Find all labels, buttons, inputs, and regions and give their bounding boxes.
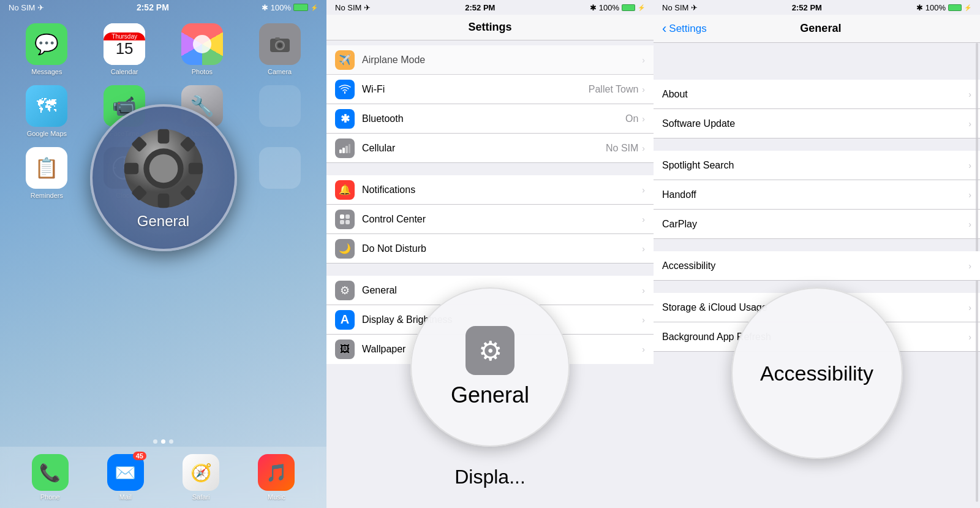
music-label: Music xyxy=(268,493,285,501)
svg-rect-26 xyxy=(345,146,348,153)
row-carplay[interactable]: CarPlay › xyxy=(654,210,980,239)
carplay-chevron: › xyxy=(968,219,971,229)
row-bluetooth[interactable]: ✱ Bluetooth On › xyxy=(326,104,654,134)
bluetooth-icon-row: ✱ xyxy=(335,109,355,129)
general-gear-icon: ⚙ xyxy=(466,326,514,375)
app-maps[interactable]: 🗺 Google Maps xyxy=(12,85,81,137)
row-wifi[interactable]: Wi-Fi Pallet Town › xyxy=(326,75,654,104)
settings-screen: No SIM ✈ 2:52 PM ✱ 100% ⚡ Settings ✈️ Ai… xyxy=(326,0,654,508)
accessibility-label: Accessibility xyxy=(662,260,968,271)
bluetooth-chevron: › xyxy=(642,114,645,124)
dot-1 xyxy=(153,439,157,444)
disturb-label: Do Not Disturb xyxy=(362,243,642,254)
settings-spotlight-label: General xyxy=(137,213,189,230)
storage-chevron: › xyxy=(968,303,971,313)
dock-phone[interactable]: 📞 Phone xyxy=(32,454,69,501)
softwareupdate-chevron: › xyxy=(968,119,971,129)
row-disturb[interactable]: 🌙 Do Not Disturb › xyxy=(326,234,654,263)
svg-rect-27 xyxy=(349,144,350,153)
row-accessibility[interactable]: Accessibility › xyxy=(654,251,980,281)
charging-general: ⚡ xyxy=(964,4,971,11)
bluetooth-label: Bluetooth xyxy=(362,113,625,124)
section-gap-top xyxy=(326,40,654,45)
app-reminders[interactable]: 📋 Reminders xyxy=(12,147,81,199)
about-chevron: › xyxy=(968,89,971,99)
charging-settings: ⚡ xyxy=(638,4,645,11)
status-bar-settings: No SIM ✈ 2:52 PM ✱ 100% ⚡ xyxy=(326,0,654,15)
row-controlcenter[interactable]: Control Center › xyxy=(326,205,654,234)
row-cellular[interactable]: Cellular No SIM › xyxy=(326,134,654,163)
cc-svg xyxy=(339,213,351,226)
accessibility-spotlight-label: Accessibility xyxy=(760,362,873,385)
app-placeholder2 xyxy=(245,147,314,199)
gs-gap-1 xyxy=(654,138,980,151)
notifications-icon: 🔔 xyxy=(335,180,355,200)
calendar-icon: Thursday 15 xyxy=(104,23,145,65)
wifi-icon xyxy=(335,80,355,99)
airplane-label: Airplane Mode xyxy=(362,55,642,66)
app-photos[interactable]: Photos xyxy=(168,23,237,75)
svg-rect-28 xyxy=(340,214,344,219)
app-grid: 💬 Messages Thursday 15 Calendar Photos xyxy=(0,17,326,82)
mail-label: Mail xyxy=(119,493,132,501)
app-messages[interactable]: 💬 Messages xyxy=(12,23,81,75)
camera-icon xyxy=(259,23,301,65)
safari-icon: 🧭 xyxy=(183,454,219,491)
charging-icon: ⚡ xyxy=(311,4,318,11)
dock: 📞 Phone ✉️ 45 Mail 🧭 Safari 🎵 Music xyxy=(0,447,326,508)
row-about[interactable]: About › xyxy=(654,80,980,109)
gs-gap-2 xyxy=(654,239,980,251)
app-calendar[interactable]: Thursday 15 Calendar xyxy=(90,23,159,75)
app-camera[interactable]: Camera xyxy=(245,23,314,75)
dot-2 xyxy=(161,439,165,444)
general-chevron: › xyxy=(642,286,645,295)
spotlight-label: Spotlight Search xyxy=(662,160,968,171)
page-dots xyxy=(0,439,326,444)
svg-rect-24 xyxy=(339,150,342,153)
airplane-icon: ✈️ xyxy=(335,50,355,70)
dock-mail[interactable]: ✉️ 45 Mail xyxy=(107,454,144,501)
photos-label: Photos xyxy=(192,68,213,75)
accessibility-spotlight[interactable]: Accessibility xyxy=(731,287,903,459)
settings-spotlight[interactable]: General xyxy=(90,104,237,251)
row-notifications[interactable]: 🔔 Notifications › xyxy=(326,175,654,205)
music-icon: 🎵 xyxy=(258,454,295,491)
wifi-value: Pallet Town xyxy=(589,84,639,95)
handoff-label: Handoff xyxy=(662,189,968,200)
status-right: ✱ 100% ⚡ xyxy=(262,3,318,12)
general-icon: ⚙ xyxy=(335,281,355,300)
carplay-label: CarPlay xyxy=(662,219,968,230)
row-softwareupdate[interactable]: Software Update › xyxy=(654,109,980,138)
back-button[interactable]: ‹ Settings xyxy=(662,21,707,37)
no-sim-settings: No SIM ✈ xyxy=(335,3,371,12)
wallpaper-icon: 🖼 xyxy=(335,339,355,359)
about-label: About xyxy=(662,89,968,100)
wifi-label: Wi-Fi xyxy=(362,84,589,95)
reminders-icon: 📋 xyxy=(26,147,67,189)
dock-music[interactable]: 🎵 Music xyxy=(258,454,295,501)
dock-safari[interactable]: 🧭 Safari xyxy=(183,454,219,501)
photos-icon xyxy=(181,23,223,65)
row-handoff[interactable]: Handoff › xyxy=(654,180,980,210)
empty-icon xyxy=(259,85,301,127)
maps-label: Google Maps xyxy=(27,130,67,137)
wallpaper-chevron: › xyxy=(642,344,645,354)
section-gap-2 xyxy=(326,163,654,175)
display-chevron: › xyxy=(642,315,645,325)
row-airplane[interactable]: ✈️ Airplane Mode › xyxy=(326,45,654,75)
general-spotlight[interactable]: ⚙ General xyxy=(410,287,570,447)
placeholder2-icon xyxy=(259,147,301,189)
row-spotlight[interactable]: Spotlight Search › xyxy=(654,151,980,180)
controlcenter-chevron: › xyxy=(642,214,645,224)
messages-icon: 💬 xyxy=(26,23,67,65)
settings-gear-svg xyxy=(121,126,206,211)
general-nav-title: General xyxy=(707,22,935,35)
airplane-chevron: › xyxy=(642,55,645,65)
general-spotlight-label: General xyxy=(451,382,529,408)
battery-general: 100% xyxy=(925,3,946,12)
camera-svg xyxy=(269,33,291,55)
settings-nav-bar: Settings xyxy=(326,15,654,40)
time-general: 2:52 PM xyxy=(792,3,822,12)
bt-settings: ✱ xyxy=(590,3,597,12)
general-nav-bar: ‹ Settings General xyxy=(654,15,980,43)
